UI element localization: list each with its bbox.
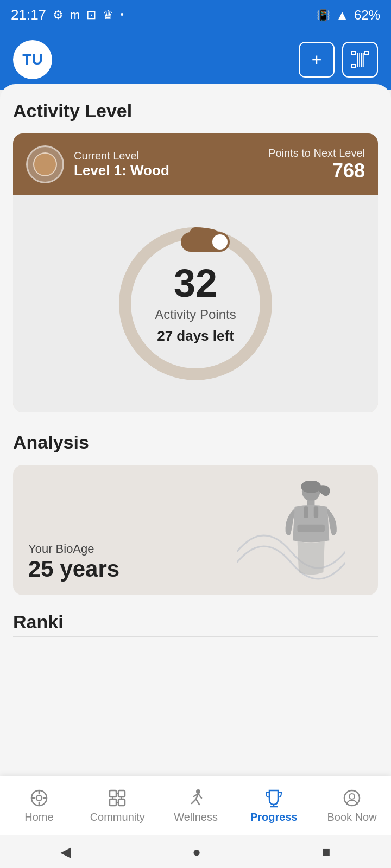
circular-progress: 32 Activity Points 27 days left <box>109 217 282 391</box>
activity-level-card: Current Level Level 1: Wood Points to Ne… <box>13 133 378 412</box>
activity-card-header: Current Level Level 1: Wood Points to Ne… <box>13 133 378 195</box>
svg-rect-13 <box>314 506 318 518</box>
days-left: 27 days left <box>155 328 236 344</box>
status-time: 21:17 <box>11 7 46 23</box>
activity-header-left: Current Level Level 1: Wood <box>26 145 169 183</box>
svg-line-33 <box>198 794 201 798</box>
activity-card-body: 32 Activity Points 27 days left <box>13 195 378 412</box>
vibrate-icon: 📳 <box>317 9 330 22</box>
points-next-level-value: 768 <box>268 159 365 182</box>
barcode-icon <box>350 50 370 69</box>
community-icon <box>108 788 127 808</box>
svg-rect-22 <box>118 790 125 797</box>
analysis-text: Your BioAge 25 years <box>13 529 135 595</box>
points-next-level-label: Points to Next Level <box>268 147 365 159</box>
toggle-pill[interactable] <box>181 232 230 252</box>
system-nav: ◀ ● ■ <box>0 835 391 868</box>
level-icon <box>26 145 64 183</box>
app-header: TU + <box>0 30 391 90</box>
nav-booknow[interactable]: Book Now <box>325 788 379 824</box>
toggle-dot <box>212 234 228 250</box>
bioage-value: 25 years <box>28 556 119 582</box>
nav-booknow-label: Book Now <box>327 811 377 824</box>
svg-rect-2 <box>352 65 355 68</box>
scan-button[interactable] <box>342 42 378 78</box>
activity-points-label: Activity Points <box>155 307 236 322</box>
status-left: 21:17 ⚙ m ⊡ ♛ • <box>11 7 124 23</box>
svg-rect-1 <box>365 52 368 55</box>
current-level-name: Level 1: Wood <box>74 162 169 179</box>
svg-rect-0 <box>352 52 355 55</box>
ranking-section: Ranki <box>13 611 378 637</box>
wellness-icon <box>186 788 206 808</box>
screenshot-icon: ⊡ <box>86 8 96 22</box>
main-content: Activity Level Current Level Level 1: Wo… <box>0 84 391 833</box>
nav-home[interactable]: Home <box>12 788 66 824</box>
activity-level-title: Activity Level <box>13 100 378 122</box>
points-next-level-group: Points to Next Level 768 <box>268 147 365 182</box>
home-button[interactable]: ● <box>192 844 201 860</box>
svg-rect-23 <box>110 799 116 806</box>
analysis-title: Analysis <box>13 432 378 453</box>
analysis-card: Your BioAge 25 years <box>13 465 378 595</box>
add-button[interactable]: + <box>299 42 335 78</box>
svg-line-32 <box>196 799 199 805</box>
analysis-section: Analysis Your BioAge 25 years <box>13 432 378 595</box>
battery-text: 62% <box>354 8 380 23</box>
gear-icon: ⚙ <box>53 8 64 22</box>
trophy-icon <box>264 788 283 808</box>
svg-rect-14 <box>298 525 325 532</box>
status-bar: 21:17 ⚙ m ⊡ ♛ • 📳 ▲ 62% <box>0 0 391 30</box>
home-icon <box>29 788 49 808</box>
svg-line-31 <box>192 799 196 803</box>
progress-center-text: 32 Activity Points 27 days left <box>155 264 236 344</box>
header-actions: + <box>299 42 378 78</box>
status-right: 📳 ▲ 62% <box>317 8 380 23</box>
svg-point-38 <box>349 794 355 799</box>
back-button[interactable]: ◀ <box>60 844 71 860</box>
level-icon-inner <box>33 152 57 176</box>
nav-home-label: Home <box>24 811 53 824</box>
bottom-nav: Home Community Wellness <box>0 776 391 835</box>
ranking-title: Ranki <box>13 611 378 637</box>
nav-wellness[interactable]: Wellness <box>169 788 223 824</box>
crown-icon: ♛ <box>103 8 113 22</box>
avatar[interactable]: TU <box>13 40 52 79</box>
activity-points-number: 32 <box>155 264 236 303</box>
plus-icon: + <box>312 50 322 70</box>
svg-rect-24 <box>118 799 125 806</box>
dot-icon: • <box>120 9 123 21</box>
svg-rect-21 <box>110 790 116 797</box>
bioage-label: Your BioAge <box>28 542 119 556</box>
person-figure-svg <box>248 481 367 595</box>
recent-button[interactable]: ■ <box>322 844 331 860</box>
nav-progress-label: Progress <box>250 811 298 824</box>
analysis-figure <box>237 465 378 595</box>
booknow-icon <box>342 788 362 808</box>
level-text-group: Current Level Level 1: Wood <box>74 150 169 179</box>
nav-community[interactable]: Community <box>90 788 145 824</box>
nav-community-label: Community <box>90 811 145 824</box>
svg-rect-12 <box>304 506 308 518</box>
current-level-label: Current Level <box>74 150 169 162</box>
svg-point-16 <box>36 795 42 801</box>
wifi-icon: ▲ <box>336 8 349 23</box>
message-icon: m <box>70 8 80 22</box>
nav-wellness-label: Wellness <box>174 811 218 824</box>
nav-progress[interactable]: Progress <box>247 788 301 824</box>
